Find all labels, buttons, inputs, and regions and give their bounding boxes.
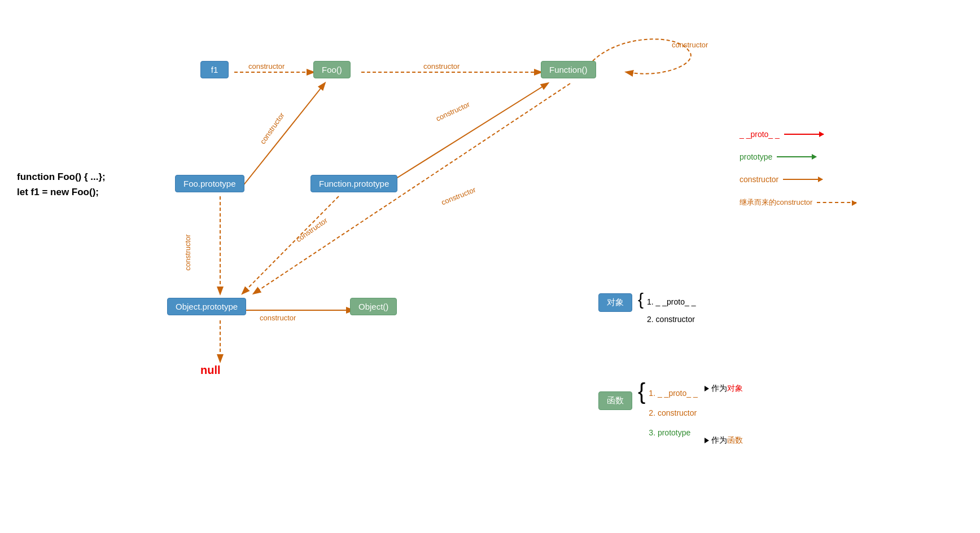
label-foo-proto-foo: constructor xyxy=(259,111,286,146)
legend-area: _ _proto_ _ prototype constructor 继承而来的c… xyxy=(740,130,856,208)
label-f1-foo: constructor xyxy=(248,62,285,71)
function-props: 1. _ _proto_ _ 2. constructor 3. prototy… xyxy=(649,384,697,443)
box-function-label: 函数 xyxy=(598,391,632,410)
diagram: constructor constructor constructor cons… xyxy=(0,0,980,533)
note-as-function: 作为函数 xyxy=(705,435,743,446)
box-object-fn: Object() xyxy=(350,298,397,315)
object-section: 对象 { 1. _ _proto_ _ 2. constructor xyxy=(598,293,695,328)
svg-line-3 xyxy=(384,83,548,186)
label-fooproto-objproto: constructor xyxy=(183,234,192,270)
legend-proto-label: _ _proto_ _ xyxy=(740,130,780,139)
label-objproto-obj: constructor xyxy=(260,314,296,322)
label-function-self: constructor xyxy=(672,41,708,49)
legend-constructor-label: constructor xyxy=(740,175,778,184)
label-funcproto-func: constructor xyxy=(435,100,471,123)
box-object-proto: Object.prototype xyxy=(167,298,246,315)
fn-prop3: 3. prototype xyxy=(649,423,697,443)
code-line2: let f1 = new Foo(); xyxy=(17,184,106,200)
fn-prop2: 2. constructor xyxy=(649,403,697,423)
obj-prop2: 2. constructor xyxy=(647,311,695,328)
function-section: 函数 { 1. _ _proto_ _ 2. constructor 3. pr… xyxy=(598,384,743,446)
svg-line-6 xyxy=(243,196,339,293)
legend-proto: _ _proto_ _ xyxy=(740,130,856,139)
box-object-label: 对象 xyxy=(598,293,632,312)
note-as-object: 作为对象 xyxy=(705,384,743,394)
box-f1: f1 xyxy=(200,61,229,78)
legend-prototype-label: prototype xyxy=(740,152,772,161)
function-notes: 作为对象 作为函数 xyxy=(705,384,743,446)
box-foo-proto: Foo.prototype xyxy=(175,175,244,192)
label-func-objproto: constructor xyxy=(440,186,477,207)
label-foo-function: constructor xyxy=(423,62,460,71)
legend-inherited-constructor: 继承而来的constructor xyxy=(740,197,856,208)
svg-line-8 xyxy=(254,83,570,293)
legend-constructor: constructor xyxy=(740,175,856,184)
code-line1: function Foo() { ...}; xyxy=(17,169,106,184)
obj-prop1: 1. _ _proto_ _ xyxy=(647,293,695,311)
label-funcproto-objproto: constructor xyxy=(295,216,329,244)
null-label: null xyxy=(200,364,221,377)
code-block: function Foo() { ...}; let f1 = new Foo(… xyxy=(17,169,106,200)
arrows-svg xyxy=(0,0,980,533)
legend-prototype: prototype xyxy=(740,152,856,161)
brace-function: { xyxy=(638,379,645,404)
box-foo-fn: Foo() xyxy=(313,61,351,78)
brace-object: { xyxy=(638,290,644,309)
legend-inherited-label: 继承而来的constructor xyxy=(740,197,812,208)
box-function-proto: Function.prototype xyxy=(310,175,397,192)
fn-prop1: 1. _ _proto_ _ xyxy=(649,384,697,403)
box-function-fn: Function() xyxy=(541,61,596,78)
object-props: 1. _ _proto_ _ 2. constructor xyxy=(647,293,695,328)
svg-line-2 xyxy=(243,83,325,186)
